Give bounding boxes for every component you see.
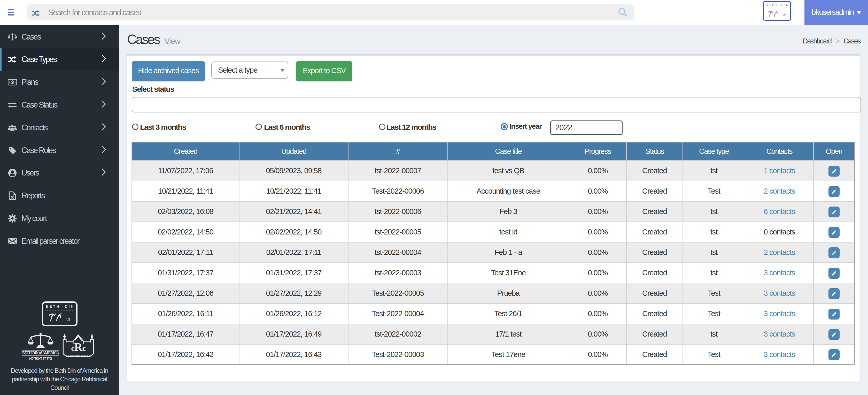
svg-text:CHICAGO RABBINICAL COUNCIL: CHICAGO RABBINICAL COUNCIL bbox=[66, 354, 90, 357]
svg-text:BETH DIN of AMERICA: BETH DIN of AMERICA bbox=[22, 350, 59, 355]
svg-text:בית דין דאמריקא: בית דין דאמריקא bbox=[29, 356, 52, 360]
